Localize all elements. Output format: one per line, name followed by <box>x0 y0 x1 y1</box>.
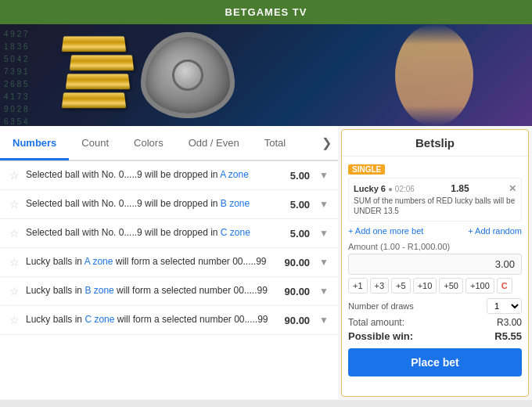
gold-bar-1 <box>62 36 126 52</box>
number-overlay: 4 9 2 71 8 3 65 0 4 27 3 9 12 6 8 54 1 7… <box>4 28 28 126</box>
amount-plus10-button[interactable]: +10 <box>413 278 437 294</box>
amount-plus1-button[interactable]: +1 <box>348 278 368 294</box>
chevron-down-icon[interactable]: ▼ <box>319 315 329 326</box>
amount-clear-button[interactable]: C <box>497 278 512 294</box>
amount-plus50-button[interactable]: +50 <box>439 278 463 294</box>
possible-win-label: Possible win: <box>348 330 413 342</box>
table-row: ☆ Selected ball with No. 0.....9 will be… <box>0 161 338 190</box>
bet-odds-6: 90.00 <box>285 315 311 326</box>
total-amount: R3.00 <box>497 317 522 328</box>
table-row: ☆ Selected ball with No. 0.....9 will be… <box>0 219 338 248</box>
bet-odds-5: 90.00 <box>285 286 311 297</box>
add-one-more-bet-link[interactable]: + Add one more bet <box>348 226 423 236</box>
chevron-down-icon[interactable]: ▼ <box>319 199 329 210</box>
add-random-link[interactable]: + Add random <box>468 226 522 236</box>
bet-odds-1: 5.00 <box>290 170 310 182</box>
total-row: Total amount: R3.00 <box>348 317 522 328</box>
single-badge: SINGLE <box>348 164 385 175</box>
possible-win-value: R5.55 <box>494 330 522 342</box>
tab-total[interactable]: Total <box>252 128 298 158</box>
total-label: Total amount: <box>348 317 404 328</box>
bet-odds-2: 5.00 <box>290 199 310 211</box>
chevron-down-icon[interactable]: ▼ <box>319 257 329 268</box>
gold-bar-4 <box>62 92 126 108</box>
amount-buttons-row: +1 +3 +5 +10 +50 +100 C <box>348 278 522 294</box>
bet-description-1: Selected ball with No. 0.....9 will be d… <box>26 169 284 182</box>
left-panel: Numbers Count Colors Odd / Even Total ❯ … <box>0 126 338 400</box>
gold-bar-2 <box>70 55 134 70</box>
betslip-title: Betslip <box>415 136 455 149</box>
tab-colors[interactable]: Colors <box>121 128 176 158</box>
betslip-header: Betslip <box>342 130 528 157</box>
bet-entry-title-row: Lucky 6 ● 02:06 1.85 ✕ <box>354 183 516 194</box>
amount-plus5-button[interactable]: +5 <box>391 278 411 294</box>
bet-odds-4: 90.00 <box>285 257 311 268</box>
main-content: Numbers Count Colors Odd / Even Total ❯ … <box>0 126 532 400</box>
vault-door <box>141 32 235 118</box>
bet-entry: Lucky 6 ● 02:06 1.85 ✕ SUM of the number… <box>348 178 522 222</box>
bet-description-4: Lucky balls in A zone will form a select… <box>26 256 279 268</box>
hero-banner: 4 9 2 71 8 3 65 0 4 27 3 9 12 6 8 54 1 7… <box>0 24 532 126</box>
star-icon[interactable]: ☆ <box>9 169 20 182</box>
bet-entry-odds: 1.85 <box>451 183 469 194</box>
betslip-panel: Betslip SINGLE Lucky 6 ● 02:06 1.85 ✕ SU… <box>341 129 529 397</box>
vault-handle <box>172 59 203 91</box>
table-row: ☆ Lucky balls in A zone will form a sele… <box>0 248 338 277</box>
bet-description-5: Lucky balls in B zone will form a select… <box>26 285 279 297</box>
tabs-bar: Numbers Count Colors Odd / Even Total ❯ <box>0 126 338 161</box>
star-icon[interactable]: ☆ <box>9 256 20 268</box>
table-row: ☆ Lucky balls in B zone will form a sele… <box>0 277 338 306</box>
bet-list: ☆ Selected ball with No. 0.....9 will be… <box>0 161 338 399</box>
table-row: ☆ Lucky balls in C zone will form a sele… <box>0 306 338 335</box>
star-icon[interactable]: ☆ <box>9 285 20 297</box>
draws-row: Number of draws 1 2 3 5 10 <box>348 298 522 314</box>
chevron-down-icon[interactable]: ▼ <box>319 228 329 239</box>
add-bet-row: + Add one more bet + Add random <box>348 226 522 236</box>
bet-entry-description: SUM of the numbers of RED lucky balls wi… <box>354 196 516 216</box>
person-silhouette <box>383 24 485 126</box>
gold-bar-3 <box>66 74 130 89</box>
draws-select[interactable]: 1 2 3 5 10 <box>487 298 522 314</box>
bet-entry-game: Lucky 6 ● 02:06 <box>354 184 415 193</box>
bet-description-2: Selected ball with No. 0.....9 will be d… <box>26 198 284 211</box>
gold-bars <box>63 36 133 108</box>
app-title: BETGAMES TV <box>225 6 307 18</box>
tab-count[interactable]: Count <box>69 128 121 158</box>
tab-numbers[interactable]: Numbers <box>0 128 69 160</box>
amount-input[interactable] <box>348 254 522 275</box>
possible-win-row: Possible win: R5.55 <box>348 330 522 342</box>
amount-plus3-button[interactable]: +3 <box>370 278 390 294</box>
bet-entry-time: ● 02:06 <box>388 185 415 193</box>
bet-description-3: Selected ball with No. 0.....9 will be d… <box>26 227 284 240</box>
betslip-content: SINGLE Lucky 6 ● 02:06 1.85 ✕ SUM of the… <box>342 157 528 396</box>
top-bar: BETGAMES TV <box>0 0 532 24</box>
star-icon[interactable]: ☆ <box>9 198 20 211</box>
tab-odd-even[interactable]: Odd / Even <box>176 128 252 158</box>
draws-label: Number of draws <box>348 301 414 311</box>
bet-odds-3: 5.00 <box>290 228 310 240</box>
close-bet-button[interactable]: ✕ <box>509 183 516 194</box>
amount-plus100-button[interactable]: +100 <box>466 278 494 294</box>
place-bet-button[interactable]: Place bet <box>348 348 522 376</box>
chevron-down-icon[interactable]: ▼ <box>319 170 329 181</box>
table-row: ☆ Selected ball with No. 0.....9 will be… <box>0 190 338 219</box>
star-icon[interactable]: ☆ <box>9 227 20 240</box>
star-icon[interactable]: ☆ <box>9 314 20 326</box>
chevron-down-icon[interactable]: ▼ <box>319 286 329 297</box>
tabs-more-button[interactable]: ❯ <box>315 126 338 160</box>
bet-description-6: Lucky balls in C zone will form a select… <box>26 314 279 326</box>
amount-label: Amount (1.00 - R1,000.00) <box>348 242 522 251</box>
